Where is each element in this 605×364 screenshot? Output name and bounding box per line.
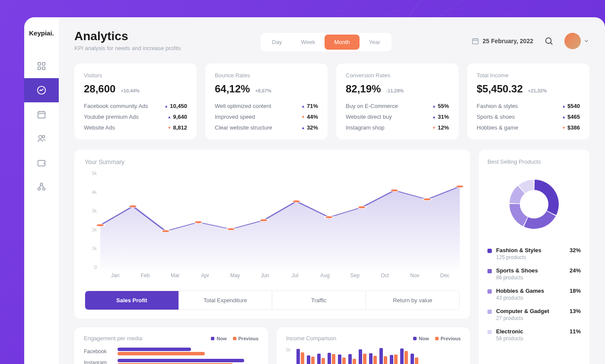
nav-users[interactable] [24,127,59,151]
nav-dashboard[interactable] [24,54,59,78]
period-tab-month[interactable]: Month [325,35,359,50]
kpi-item: Facebook community Ads ▲10,450 [84,103,187,109]
kpi-item-value: ▲55% [432,103,449,109]
income-chart: 5k4k [286,348,461,364]
kpi-item-label: Youtube premium Ads [84,114,139,120]
trend-up-icon: ▲ [301,126,305,130]
trend-up-icon: ▲ [301,104,305,108]
income-bar-now [348,354,352,364]
income-bar-pair [328,353,335,364]
svg-point-18 [227,228,236,231]
income-bar-now [400,348,404,364]
income-bar-now [317,354,321,364]
income-bar-prev [353,359,356,364]
summary-tabs: Sales ProfitTotal ExpenditureTrafficRetu… [85,291,460,310]
grid-icon [37,61,46,71]
product-item[interactable]: Hobbies & Games 43 products 18% [487,288,581,301]
kpi-delta: +21,32% [528,88,547,93]
x-tick: Oct [370,272,400,283]
svg-rect-12 [472,39,478,44]
kpi-item-label: Sports & shoes [477,114,515,120]
income-legend: Now Previous [413,336,461,341]
summary-tab[interactable]: Return by value [366,291,460,310]
product-sub: 58 products [496,336,565,342]
svg-rect-2 [38,67,41,70]
income-bar-pair [369,353,377,364]
x-tick: Dec [430,272,460,283]
avatar [564,33,581,49]
period-tab-week[interactable]: Week [291,35,325,50]
product-item[interactable]: Computer & Gadget 27 products 13% [487,308,581,321]
nav-calendar[interactable] [24,102,59,127]
income-bar-now [296,349,300,364]
kpi-item-value: ▲$540 [562,103,580,109]
period-tab-year[interactable]: Year [360,35,390,50]
trend-up-icon: ▲ [432,104,436,108]
income-bar-pair [307,355,315,364]
income-bar-pair [338,355,346,364]
chevron-down-icon [583,38,589,44]
summary-tab[interactable]: Sales Profit [85,291,179,310]
svg-point-21 [325,216,333,218]
income-bar-prev [301,352,304,364]
donut-chart [487,172,581,237]
nav-analytics[interactable] [24,78,59,102]
kpi-item-label: Facebook community Ads [84,103,148,109]
kpi-item-label: Buy on E-Commerce [346,103,398,109]
kpi-item: Fashion & styles ▲$540 [477,103,580,109]
engagement-card: Engagement per media Now Previous Facebo… [74,327,268,364]
income-bar-now [390,355,393,364]
product-item[interactable]: Fashion & Styles 125 products 32% [487,247,581,260]
color-swatch-icon [487,289,492,294]
income-bar-prev [342,358,346,364]
product-sub: 125 products [496,254,565,260]
engagement-row: Instagram [84,359,258,364]
share-icon [37,182,46,192]
x-tick: Jan [100,272,130,283]
engagement-row: Facebook [84,348,258,355]
x-tick: Aug [310,272,340,283]
summary-tab[interactable]: Total Expenditure [179,291,273,310]
product-percent: 32% [570,247,581,253]
color-swatch-icon [487,269,492,273]
summary-tab[interactable]: Traffic [272,291,366,310]
svg-rect-0 [38,63,41,65]
product-name: Computer & Gadget [496,308,565,314]
date-display[interactable]: 25 February, 2022 [471,37,533,45]
user-menu[interactable] [564,33,589,49]
kpi-item: Clear website structure ▲32% [215,124,318,131]
income-bar-pair [400,348,408,364]
kpi-item: Instagram shop ▼12% [346,124,449,131]
product-percent: 13% [570,308,581,314]
product-name: Sports & Shoes [496,267,565,274]
engagement-label: Facebook [84,348,113,355]
search-button[interactable] [541,33,557,49]
page-title: Analytics [74,29,181,43]
x-tick: Apr [190,272,220,283]
income-bar-prev [404,351,408,364]
kpi-item-value: ▼$386 [562,124,580,131]
income-bar-prev [373,356,377,364]
kpi-label: Bounce Rates [215,72,318,79]
engagement-label: Instagram [84,360,113,364]
kpi-item: Youtube premium Ads ▲9,640 [84,114,187,120]
period-tab-day[interactable]: Day [262,35,291,50]
income-bar-pair [411,354,418,364]
product-item[interactable]: Sports & Shoes 86 products 24% [487,267,581,281]
nav-wallet[interactable] [24,151,59,175]
trend-down-icon: ▼ [168,126,172,130]
kpi-item-value: ▲9,640 [168,114,187,120]
users-icon [37,134,46,143]
kpi-delta: +8,67% [255,88,271,93]
trend-up-icon: ▲ [432,115,436,119]
income-bar-prev [332,354,335,364]
product-item[interactable]: Electronic 58 products 11% [487,328,581,342]
kpi-item-value: ▲$465 [562,114,580,120]
nav-share[interactable] [24,175,59,199]
trend-down-icon: ▼ [432,126,436,130]
income-bar-now [411,354,414,364]
kpi-item: Well optimized content ▲71% [215,103,318,109]
color-swatch-icon [487,249,492,253]
kpi-item-label: Website Ads [84,124,115,131]
income-bar-prev [363,354,366,364]
